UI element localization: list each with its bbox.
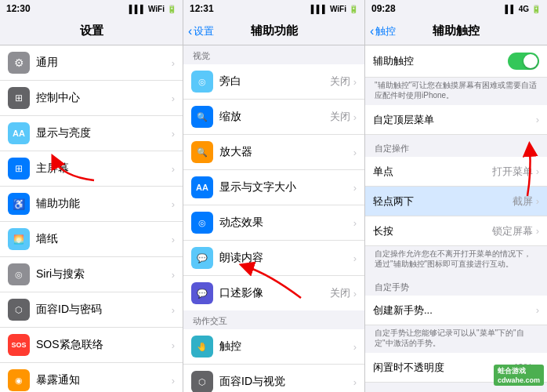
settings-item-faceid[interactable]: ⬡ 面容ID与密码 › [0,292,183,328]
longpress-desc: 自定操作允许您在不离开打开菜单的情况下，通过"辅助触控"图标即可直接进行互动。 [365,246,547,274]
settings-item-general[interactable]: ⚙ 通用 › [0,45,183,81]
sos-chevron: › [172,339,175,351]
nav-bar-left: 设置 [0,17,183,45]
wallpaper-chevron: › [172,234,175,245]
faceid2-icon: ⬡ [191,371,213,392]
wallpaper-label: 墙纸 [36,232,172,246]
zoom-label: 缩放 [219,110,330,124]
watermark: 蛙合游戏cdwahe.com [494,365,544,386]
touch-label: 触控 [219,339,353,354]
right-item-longpress[interactable]: 长按 锁定屏幕 › [365,216,547,246]
mid-item-displaytext[interactable]: AA 显示与文字大小 › [183,170,364,205]
right-item-assistive[interactable]: 辅助触控 [365,45,547,78]
mid-item-blur[interactable]: ◎ 旁白 关闭 › [183,64,364,100]
homescreen-label: 主屏幕 [36,162,172,176]
mid-item-magnifier[interactable]: 🔍 放大器 › [183,135,364,170]
doubletap-chevron: › [536,195,539,207]
signal-icon-mid: ▌▌▌ [311,5,328,13]
faceid2-label: 面容ID与视觉 [219,375,353,389]
settings-item-accessibility[interactable]: ♿ 辅助功能 › [0,187,183,222]
back-arrow-mid: ‹ [188,24,192,38]
general-chevron: › [172,57,175,69]
status-bar-right: 09:28 ▌▌ 4G 🔋 [365,0,547,17]
exposure-chevron: › [172,375,175,387]
settings-list-left[interactable]: ⚙ 通用 › ⊞ 控制中心 › AA 显示与亮度 › ⊞ 主屏幕 [0,45,183,392]
mid-item-faceid2[interactable]: ⬡ 面容ID与视觉 › [183,365,364,392]
settings-item-exposure[interactable]: ◉ 暴露通知 › [0,363,183,392]
homescreen-chevron: › [172,163,175,175]
time-right: 09:28 [371,3,396,14]
longpress-value: 锁定屏幕 [492,224,533,238]
exposure-icon: ◉ [8,369,30,391]
mid-item-zoom[interactable]: 🔍 缩放 关闭 › [183,100,364,135]
section-label-motion: 动作交互 [183,310,364,329]
magnifier-icon: 🔍 [191,141,213,163]
displaytext-icon: AA [191,176,213,198]
settings-item-siri[interactable]: ◎ Siri与搜索 › [0,257,183,292]
settings-item-display[interactable]: AA 显示与亮度 › [0,116,183,151]
spoken-label: 朗读内容 [219,251,353,265]
visual-group: ◎ 旁白 关闭 › 🔍 缩放 关闭 › 🔍 放大器 › AA [183,64,364,310]
settings-panel: 12:30 ▌▌▌ WiFi 🔋 设置 ⚙ 通用 › ⊞ 控制中心 › [0,0,183,392]
accessibility-chevron: › [172,198,175,210]
settings-item-homescreen[interactable]: ⊞ 主屏幕 › [0,151,183,187]
blur-value: 关闭 [330,74,350,89]
homescreen-icon: ⊞ [8,158,30,180]
touch-icon: 🤚 [191,336,213,358]
opacity-label: 闲置时不透明度 [373,361,513,375]
control-label: 控制中心 [36,91,172,105]
faceid-chevron: › [172,304,175,316]
back-button-right[interactable]: ‹ 触控 [370,24,396,38]
section-label-visual: 视觉 [183,45,364,64]
settings-item-control[interactable]: ⊞ 控制中心 › [0,81,183,116]
mid-item-motion[interactable]: ◎ 动态效果 › [183,205,364,241]
general-icon: ⚙ [8,52,30,74]
right-item-doubletap[interactable]: 轻点两下 截屏 › [365,187,547,216]
settings-item-sos[interactable]: SOS SOS紧急联络 › [0,328,183,363]
back-button-mid[interactable]: ‹ 设置 [188,24,214,38]
signal-icon-right: ▌▌ [505,5,516,13]
magnifier-label: 放大器 [219,145,353,159]
time-left: 12:30 [6,3,31,14]
mid-item-touch[interactable]: 🤚 触控 › [183,329,364,365]
faceid-label: 面容ID与密码 [36,303,172,317]
singletap-chevron: › [536,165,539,177]
zoom-icon: 🔍 [191,106,213,128]
wifi-icon-mid: WiFi [330,5,346,13]
battery-icon-mid: 🔋 [349,5,358,13]
siri-icon: ◎ [8,263,30,285]
exposure-label: 暴露通知 [36,373,172,387]
network-icon-right: 4G [519,5,529,13]
display-chevron: › [172,128,175,140]
audiodesc-value: 关闭 [330,286,350,300]
right-item-newgesture[interactable]: 创建新手势... › [365,296,547,325]
topmenu-group: 自定顶层菜单 › [365,105,547,135]
singletap-value: 打开菜单 [492,165,533,179]
mid-item-audiodesc[interactable]: 💬 口述影像 关闭 › [183,276,364,310]
right-item-topmenu[interactable]: 自定顶层菜单 › [365,105,547,135]
wallpaper-icon: 🌅 [8,228,30,250]
mid-item-spoken[interactable]: 💬 朗读内容 › [183,241,364,276]
control-chevron: › [172,93,175,104]
status-bar-left: 12:30 ▌▌▌ WiFi 🔋 [0,0,183,17]
zoom-value: 关闭 [330,110,350,124]
display-icon: AA [8,122,30,144]
back-arrow-right: ‹ [370,24,374,38]
doubletap-label: 轻点两下 [373,194,513,209]
status-bar-mid: 12:31 ▌▌▌ WiFi 🔋 [183,0,364,17]
accessibility-label: 辅助功能 [36,197,172,211]
settings-list-mid[interactable]: 视觉 ◎ 旁白 关闭 › 🔍 缩放 关闭 › 🔍 放大器 › [183,45,364,392]
motion-label: 动态效果 [219,216,353,230]
faceid-icon: ⬡ [8,299,30,321]
page-title-mid: 辅助功能 [251,24,298,38]
assistive-desc: "辅助触控"可让您在触摸屏幕有困难或需要自适应配件时使用iPhone。 [365,78,547,105]
settings-item-wallpaper[interactable]: 🌅 墙纸 › [0,222,183,257]
right-item-singletap[interactable]: 单点 打开菜单 › [365,157,547,187]
longpress-chevron: › [536,225,539,237]
settings-list-right[interactable]: 辅助触控 "辅助触控"可让您在触摸屏幕有困难或需要自适应配件时使用iPhone。… [365,45,547,392]
battery-icon-left: 🔋 [167,5,176,13]
accessibility-icon: ♿ [8,193,30,215]
sos-label: SOS紧急联络 [36,338,172,352]
assistive-toggle[interactable] [508,53,539,70]
topmenu-label: 自定顶层菜单 [373,113,536,127]
